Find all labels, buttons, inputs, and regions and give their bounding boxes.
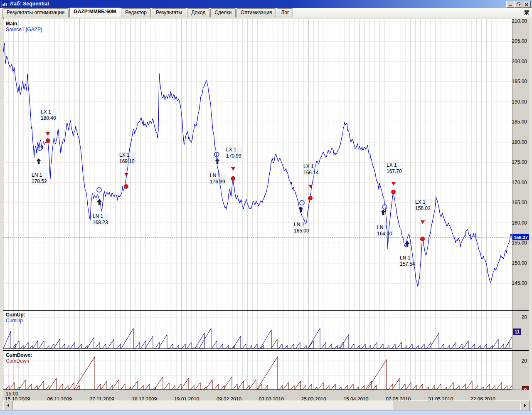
annotation-side-label: LX 1: [226, 147, 241, 153]
date-axis: 15:00 15.10.200906.11.200927.11.200918.1…: [3, 390, 529, 400]
arrow-left-icon: [7, 404, 9, 407]
annotation-side-label: LN 1: [32, 172, 47, 178]
cumup-scale-label: 20: [522, 314, 527, 320]
exit-dot-marker: [46, 138, 50, 143]
main-price-panel[interactable]: [3, 19, 512, 310]
annotation-price-label: 166.14: [303, 170, 319, 176]
last-price-badge: 156.37: [512, 234, 529, 240]
entry-circle-marker: [214, 152, 219, 157]
tab-сделки[interactable]: Сделки: [210, 8, 236, 17]
exit-triangle-icon: [392, 182, 396, 185]
scrollbar-thumb[interactable]: [393, 400, 521, 410]
entry-circle-marker: [96, 187, 102, 193]
minimize-icon: [509, 3, 512, 6]
trade-annotation: LN 1164.00: [376, 225, 393, 237]
trade-annotation: LX 1166.14: [303, 163, 320, 176]
entry-circle-marker: [382, 204, 387, 210]
annotation-side-label: LX 1: [41, 109, 56, 115]
exit-triangle-icon: [124, 173, 128, 176]
tab-доход[interactable]: Доход: [187, 8, 209, 17]
price-tick-label: 200.00: [512, 59, 527, 64]
scroll-right-button[interactable]: [520, 400, 530, 410]
annotation-price-label: 176.99: [210, 179, 225, 185]
exit-triangle-icon: [421, 220, 425, 224]
annotation-side-label: LX 1: [415, 199, 431, 205]
panel-divider[interactable]: [3, 350, 529, 351]
tab-результаты-оптимизации[interactable]: Результаты оптимизации: [2, 8, 69, 17]
exit-triangle-icon: [308, 185, 313, 188]
annotation-side-label: LN 1: [400, 255, 415, 261]
annotation-side-label: LN 1: [377, 225, 392, 231]
entry-arrow-up-icon: [405, 241, 410, 247]
trade-annotation: LN 1165.00: [293, 222, 310, 234]
main-panel-title: Main:: [6, 21, 19, 27]
price-tick-label: 180.00: [512, 139, 527, 145]
horizontal-scrollbar[interactable]: [3, 400, 529, 410]
exit-dot-marker: [124, 184, 128, 189]
close-button[interactable]: [522, 1, 531, 8]
annotation-price-label: 168.23: [93, 220, 108, 226]
annotation-side-label: LN 1: [93, 213, 108, 220]
panel-divider[interactable]: [3, 310, 529, 311]
main-series-label: Source1 [GAZP]: [6, 27, 42, 32]
exit-triangle-icon: [46, 132, 50, 136]
cumup-panel[interactable]: [3, 311, 512, 350]
annotation-price-label: 170.99: [226, 153, 241, 159]
last-price-line: [3, 237, 512, 237]
tab-оптимизация[interactable]: Оптимизация: [236, 8, 276, 17]
trade-annotation: LN 1157.54: [399, 255, 416, 267]
price-tick-label: 165.00: [512, 200, 527, 205]
trade-annotation: LX 1180.40: [40, 109, 57, 121]
restore-button[interactable]: [514, 1, 522, 8]
entry-arrow-up-icon: [381, 210, 386, 215]
app-icon: [1, 1, 8, 7]
title-bar: Лаб: Sequential: [0, 0, 532, 8]
tab-list: Результаты оптимизацииGAZP:ММВБ:60MРедак…: [2, 8, 294, 17]
price-tick-label: 210.00: [512, 18, 527, 24]
tab-strip: Результаты оптимизацииGAZP:ММВБ:60MРедак…: [0, 8, 532, 18]
price-tick-label: 175.00: [512, 159, 527, 165]
annotation-side-label: LN 1: [210, 173, 225, 179]
cumdown-scale-label: 20: [522, 358, 527, 364]
trade-annotation: LN 1176.99: [209, 173, 226, 185]
trade-annotation: LN 1178.52: [31, 172, 48, 185]
annotation-price-label: 165.00: [294, 228, 309, 234]
annotation-price-label: 169.10: [119, 158, 135, 165]
price-tick-label: 205.00: [512, 38, 527, 44]
trade-annotation: LX 1169.10: [118, 152, 135, 165]
entry-arrow-up-icon: [36, 158, 41, 164]
restore-icon: [517, 2, 520, 6]
cumdown-series-label: CumDown: [6, 358, 29, 364]
cumdown-panel-title: CumDown:: [6, 352, 32, 358]
annotation-price-label: 157.54: [400, 261, 415, 267]
cumdown-panel[interactable]: [3, 351, 512, 390]
close-tab-icon[interactable]: [524, 10, 529, 15]
tab-результаты[interactable]: Результаты: [152, 8, 186, 17]
price-tick-label: 160.00: [512, 220, 527, 226]
price-tick-label: 155.00: [512, 240, 527, 246]
tab-редактор[interactable]: Редактор: [121, 8, 151, 17]
annotation-side-label: LN 1: [294, 222, 309, 228]
trade-annotation: LX 1167.70: [386, 162, 403, 175]
arrow-right-icon: [524, 404, 526, 407]
price-tick-label: 150.00: [512, 260, 527, 266]
annotation-side-label: LX 1: [119, 152, 135, 158]
time-axis-label: 15:00: [6, 391, 18, 397]
price-tick-label: 185.00: [512, 119, 527, 125]
scroll-left-button[interactable]: [3, 400, 12, 410]
trade-annotation: LN 1168.23: [92, 213, 109, 226]
frame-bottom: [0, 410, 532, 415]
tab-chart-gazp[interactable]: GAZP:ММВБ:60M: [69, 7, 120, 17]
close-icon: [525, 3, 528, 6]
entry-arrow-up-icon: [215, 158, 220, 164]
price-tick-label: 190.00: [512, 99, 527, 105]
minimize-button[interactable]: [506, 1, 515, 8]
price-tick-label: 170.00: [512, 180, 527, 185]
annotation-side-label: LX 1: [387, 162, 402, 168]
cumup-series-label: CumUp: [6, 318, 23, 324]
cumup-panel-title: CumUp:: [6, 312, 25, 318]
exit-triangle-icon: [231, 167, 235, 170]
entry-arrow-up-icon: [298, 207, 303, 212]
tab-strip-controls: [524, 10, 530, 15]
tab-лог[interactable]: Лог: [277, 8, 293, 17]
